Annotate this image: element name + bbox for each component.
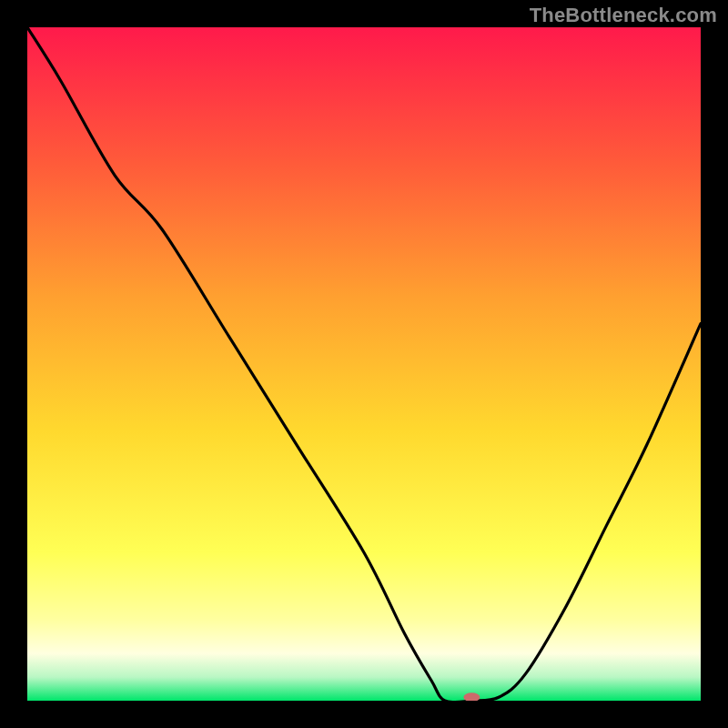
- chart-frame: TheBottleneck.com: [0, 0, 728, 728]
- watermark-text: TheBottleneck.com: [530, 4, 717, 27]
- bottleneck-chart: [27, 27, 701, 701]
- plot-background: [27, 27, 701, 701]
